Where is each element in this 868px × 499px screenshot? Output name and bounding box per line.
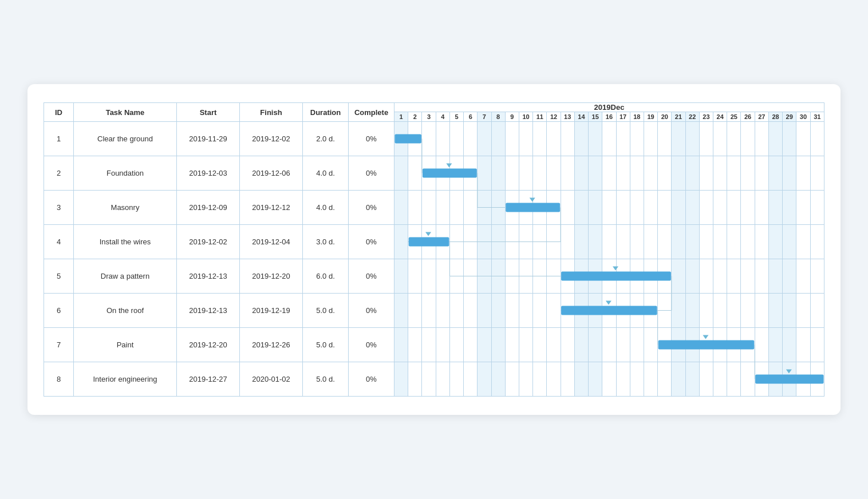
gantt-day-cell-row5-day11 <box>533 259 547 294</box>
gantt-day-cell-row8-day5 <box>449 362 463 397</box>
gantt-day-cell-row7-day31 <box>810 328 824 362</box>
gantt-day-cell-row4-day5 <box>449 225 463 259</box>
table-row: 7Paint2019-12-202019-12-265.0 d.0% <box>44 328 824 362</box>
gantt-day-cell-row3-day21 <box>672 191 685 225</box>
gantt-day-cell-row7-day8 <box>491 328 505 362</box>
day-header-27: 27 <box>755 112 768 122</box>
gantt-day-cell-row3-day8 <box>491 191 505 225</box>
gantt-day-cell-row1-day26 <box>741 122 755 156</box>
gantt-day-cell-row6-day14 <box>574 294 588 328</box>
gantt-day-cell-row2-day10 <box>519 156 532 191</box>
gantt-day-cell-row2-day18 <box>630 156 644 191</box>
gantt-day-cell-row5-day24 <box>713 259 727 294</box>
gantt-day-cell-row1-day22 <box>685 122 699 156</box>
gantt-day-cell-row5-day16 <box>602 259 616 294</box>
gantt-day-cell-row4-day2 <box>408 225 422 259</box>
table-row: 6On the roof2019-12-132019-12-195.0 d.0% <box>44 294 824 328</box>
gantt-day-cell-row6-day7 <box>478 294 491 328</box>
gantt-day-cell-row5-day13 <box>561 259 574 294</box>
gantt-day-cell-row8-day10 <box>519 362 532 397</box>
gantt-day-cell-row3-day18 <box>630 191 644 225</box>
gantt-day-cell-row8-day23 <box>699 362 713 397</box>
gantt-day-cell-row4-day18 <box>630 225 644 259</box>
gantt-day-cell-row4-day1 <box>394 225 408 259</box>
gantt-day-cell-row5-day5 <box>449 259 463 294</box>
gantt-day-cell-row6-day4 <box>436 294 449 328</box>
table-row: 2Foundation2019-12-032019-12-064.0 d.0% <box>44 156 824 191</box>
gantt-day-cell-row7-day23 <box>699 328 713 362</box>
gantt-day-cell-row2-day22 <box>685 156 699 191</box>
gantt-day-cell-row1-day29 <box>783 122 796 156</box>
gantt-day-cell-row8-day27 <box>755 362 768 397</box>
gantt-day-cell-row6-day9 <box>505 294 519 328</box>
gantt-day-cell-row6-day3 <box>422 294 436 328</box>
gantt-day-cell-row5-day14 <box>574 259 588 294</box>
day-header-19: 19 <box>644 112 657 122</box>
gantt-day-cell-row2-day17 <box>616 156 630 191</box>
gantt-day-cell-row3-day7 <box>478 191 491 225</box>
gantt-day-cell-row8-day15 <box>589 362 602 397</box>
gantt-day-cell-row2-day23 <box>699 156 713 191</box>
table-row: 3Masonry2019-12-092019-12-124.0 d.0% <box>44 191 824 225</box>
gantt-day-cell-row6-day30 <box>796 294 810 328</box>
gantt-day-cell-row4-day21 <box>672 225 685 259</box>
gantt-day-cell-row5-day17 <box>616 259 630 294</box>
gantt-day-cell-row3-day11 <box>533 191 547 225</box>
gantt-day-cell-row8-day22 <box>685 362 699 397</box>
gantt-day-cell-row7-day17 <box>616 328 630 362</box>
gantt-day-cell-row5-day23 <box>699 259 713 294</box>
gantt-day-cell-row5-day25 <box>727 259 741 294</box>
gantt-day-cell-row2-day25 <box>727 156 741 191</box>
gantt-day-cell-row6-day11 <box>533 294 547 328</box>
gantt-day-cell-row2-day28 <box>768 156 782 191</box>
gantt-day-cell-row2-day4 <box>436 156 449 191</box>
gantt-day-cell-row1-day12 <box>547 122 561 156</box>
gantt-day-cell-row1-day18 <box>630 122 644 156</box>
gantt-day-cell-row7-day22 <box>685 328 699 362</box>
gantt-day-cell-row1-day8 <box>491 122 505 156</box>
gantt-day-cell-row7-day14 <box>574 328 588 362</box>
gantt-day-cell-row1-day5 <box>449 122 463 156</box>
gantt-day-cell-row3-day26 <box>741 191 755 225</box>
gantt-day-cell-row6-day25 <box>727 294 741 328</box>
gantt-day-cell-row5-day2 <box>408 259 422 294</box>
gantt-day-cell-row1-day23 <box>699 122 713 156</box>
gantt-day-cell-row6-day16 <box>602 294 616 328</box>
gantt-day-cell-row1-day20 <box>658 122 672 156</box>
gantt-day-cell-row8-day7 <box>478 362 491 397</box>
gantt-day-cell-row4-day11 <box>533 225 547 259</box>
gantt-day-cell-row6-day20 <box>658 294 672 328</box>
gantt-day-cell-row3-day15 <box>589 191 602 225</box>
gantt-day-cell-row7-day7 <box>478 328 491 362</box>
gantt-day-cell-row5-day9 <box>505 259 519 294</box>
gantt-day-cell-row2-day14 <box>574 156 588 191</box>
day-header-8: 8 <box>491 112 505 122</box>
day-header-12: 12 <box>547 112 561 122</box>
gantt-day-cell-row7-day16 <box>602 328 616 362</box>
gantt-day-cell-row1-day10 <box>519 122 532 156</box>
gantt-day-cell-row6-day21 <box>672 294 685 328</box>
gantt-day-cell-row8-day18 <box>630 362 644 397</box>
gantt-day-cell-row7-day13 <box>561 328 574 362</box>
gantt-day-cell-row4-day9 <box>505 225 519 259</box>
month-header: 2019Dec <box>394 103 824 112</box>
gantt-day-cell-row1-day25 <box>727 122 741 156</box>
gantt-day-cell-row5-day1 <box>394 259 408 294</box>
gantt-day-cell-row3-day29 <box>783 191 796 225</box>
gantt-day-cell-row5-day3 <box>422 259 436 294</box>
gantt-day-cell-row3-day14 <box>574 191 588 225</box>
gantt-day-cell-row8-day29 <box>783 362 796 397</box>
gantt-day-cell-row7-day9 <box>505 328 519 362</box>
gantt-day-cell-row2-day27 <box>755 156 768 191</box>
gantt-day-cell-row3-day22 <box>685 191 699 225</box>
gantt-day-cell-row3-day10 <box>519 191 532 225</box>
gantt-day-cell-row5-day29 <box>783 259 796 294</box>
day-header-20: 20 <box>658 112 672 122</box>
gantt-day-cell-row3-day19 <box>644 191 657 225</box>
gantt-day-cell-row2-day19 <box>644 156 657 191</box>
gantt-day-cell-row3-day4 <box>436 191 449 225</box>
gantt-day-cell-row3-day2 <box>408 191 422 225</box>
gantt-day-cell-row4-day16 <box>602 225 616 259</box>
gantt-day-cell-row4-day20 <box>658 225 672 259</box>
gantt-day-cell-row3-day3 <box>422 191 436 225</box>
